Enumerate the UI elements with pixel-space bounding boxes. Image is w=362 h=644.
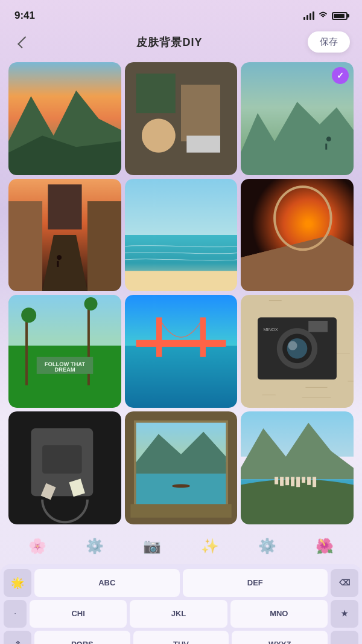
photo-cell-12[interactable] [241,411,354,524]
photo-cell-11[interactable] [125,411,238,524]
key-more[interactable]: ··· [331,631,358,644]
photo-thumbnail-10 [8,411,121,524]
key-mno[interactable]: MNO [230,600,328,628]
key-wxyz-label: WXYZ [268,640,291,644]
signal-icon [303,11,314,20]
photo-cell-9[interactable] [241,295,354,408]
photo-cell-2[interactable] [125,62,238,175]
emoji-camera[interactable]: 📷 [139,533,165,559]
photo-thumbnail-4 [8,179,121,292]
photo-thumbnail-9 [241,295,354,408]
battery-icon [332,12,348,20]
emoji-gear2[interactable]: ⚙️ [254,533,281,559]
key-wxyz[interactable]: WXYZ [232,631,328,644]
dot-icon: · [14,611,16,616]
photo-cell-8[interactable] [125,295,238,408]
selected-badge [332,67,349,84]
photo-thumbnail-2 [125,62,238,175]
key-chi[interactable]: CHI [30,600,127,628]
photo-cell-6[interactable] [241,179,354,292]
photo-thumbnail-12 [241,411,354,524]
key-abc[interactable]: ABC [34,569,180,597]
photo-thumbnail-6 [241,179,354,292]
keyboard-row-1: 🌟 ABC DEF ⌫ [4,569,358,597]
key-tuv[interactable]: TUV [133,631,229,644]
emoji-sparkle[interactable]: ✨ [197,533,223,559]
back-button[interactable] [12,33,31,52]
key-def[interactable]: DEF [183,569,328,597]
save-button[interactable]: 保存 [308,31,350,53]
key-star[interactable]: ★ [331,600,358,628]
delete-icon: ⌫ [339,578,350,587]
emoji-gear[interactable]: ⚙️ [81,533,108,559]
more-icon: ··· [341,640,348,644]
page-title: 皮肤背景DIY [136,35,202,50]
wifi-icon [318,11,328,21]
photo-cell-4[interactable] [8,179,121,292]
photo-cell-3[interactable] [241,62,354,175]
key-def-content: DEF [247,578,263,588]
key-dot[interactable]: · [4,600,27,628]
keyboard-row-3: ⇧ PQRS TUV WXYZ ··· [4,631,358,644]
emoji-flower[interactable]: 🌸 [24,533,51,559]
keyboard-row-2: · CHI JKL MNO ★ [4,600,358,628]
status-time: 9:41 [14,10,35,22]
back-chevron-icon [17,36,30,48]
status-bar: 9:41 [0,0,362,27]
shift-icon: ⇧ [14,640,21,644]
header: 皮肤背景DIY 保存 [0,27,362,60]
key-tuv-label: TUV [173,640,189,644]
key-shift[interactable]: ⇧ [4,631,31,644]
key-delete[interactable]: ⌫ [331,569,358,597]
key-mno-label: MNO [270,609,288,618]
photo-cell-1[interactable] [8,62,121,175]
photo-cell-5[interactable] [125,179,238,292]
key-abc-content: ABC [98,578,115,588]
star-icon: ★ [341,609,348,618]
key-jkl[interactable]: JKL [130,600,227,628]
keyboard-area: 🌟 ABC DEF ⌫ · CHI JKL MNO ★ [0,564,362,644]
key-emoji[interactable]: 🌟 [4,569,31,597]
key-jkl-label: JKL [171,609,186,618]
photo-cell-7[interactable] [8,295,121,408]
emoji-sticker-row: 🌸 ⚙️ 📷 ✨ ⚙️ 🌺 [0,529,362,563]
photo-thumbnail-7 [8,295,121,408]
photo-thumbnail-8 [125,295,238,408]
status-icons [303,11,348,21]
photo-thumbnail-11 [125,411,238,524]
photo-thumbnail-5 [125,179,238,292]
key-pqrs-label: PQRS [71,640,94,644]
emoji-hibiscus[interactable]: 🌺 [311,533,338,559]
key-chi-label: CHI [71,609,84,618]
key-pqrs[interactable]: PQRS [34,631,130,644]
photo-cell-10[interactable] [8,411,121,524]
emoji-key-icon: 🌟 [11,576,24,590]
photo-grid [0,60,362,529]
photo-thumbnail-1 [8,62,121,175]
